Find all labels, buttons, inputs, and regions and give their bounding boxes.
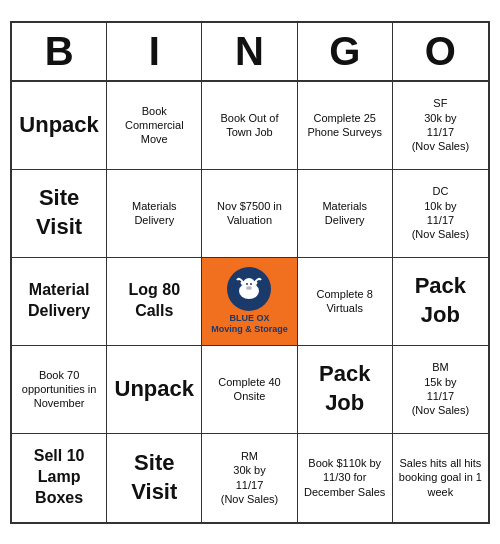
cell-r1c4: Complete 25 Phone Surveys (298, 82, 393, 170)
svg-point-3 (253, 281, 258, 285)
cell-r5c1: Sell 10 Lamp Boxes (12, 434, 107, 522)
bingo-card: B I N G O Unpack Book Commercial Move Bo… (10, 21, 490, 524)
cell-r5c5: Sales hits all hits booking goal in 1 we… (393, 434, 488, 522)
ox-svg (231, 271, 267, 307)
cell-r2c4: Materials Delivery (298, 170, 393, 258)
cell-r4c1: Book 70 opportunities in November (12, 346, 107, 434)
cell-r2c1: Site Visit (12, 170, 107, 258)
letter-g: G (298, 23, 393, 80)
cell-r3c4: Complete 8 Virtuals (298, 258, 393, 346)
letter-o: O (393, 23, 488, 80)
letter-b: B (12, 23, 107, 80)
cell-r1c1: Unpack (12, 82, 107, 170)
blue-ox-label: BLUE OXMoving & Storage (211, 313, 288, 335)
cell-r3c2: Log 80 Calls (107, 258, 202, 346)
cell-r2c3: Nov $7500 in Valuation (202, 170, 297, 258)
cell-r4c2: Unpack (107, 346, 202, 434)
svg-point-6 (246, 286, 252, 290)
cell-r5c3: RM 30k by 11/17 (Nov Sales) (202, 434, 297, 522)
letter-i: I (107, 23, 202, 80)
cell-r3c3-free: BLUE OXMoving & Storage (202, 258, 297, 346)
svg-point-4 (246, 283, 248, 285)
cell-r1c2: Book Commercial Move (107, 82, 202, 170)
cell-r4c4: Pack Job (298, 346, 393, 434)
cell-r1c3: Book Out of Town Job (202, 82, 297, 170)
cell-r4c3: Complete 40 Onsite (202, 346, 297, 434)
cell-r5c2: Site Visit (107, 434, 202, 522)
cell-r2c5: DC 10k by 11/17 (Nov Sales) (393, 170, 488, 258)
blue-ox-logo: BLUE OXMoving & Storage (211, 267, 288, 335)
cell-r2c2: Materials Delivery (107, 170, 202, 258)
svg-point-5 (250, 283, 252, 285)
cell-r3c5: Pack Job (393, 258, 488, 346)
cell-r4c5: BM 15k by 11/17 (Nov Sales) (393, 346, 488, 434)
svg-point-7 (248, 288, 249, 289)
cell-r1c5: SF 30k by 11/17 (Nov Sales) (393, 82, 488, 170)
bingo-header: B I N G O (12, 23, 488, 82)
ox-circle (227, 267, 271, 311)
svg-point-8 (250, 288, 251, 289)
svg-point-2 (241, 281, 246, 285)
cell-r5c4: Book $110k by 11/30 for December Sales (298, 434, 393, 522)
cell-r3c1: Material Delivery (12, 258, 107, 346)
letter-n: N (202, 23, 297, 80)
bingo-grid: Unpack Book Commercial Move Book Out of … (12, 82, 488, 522)
